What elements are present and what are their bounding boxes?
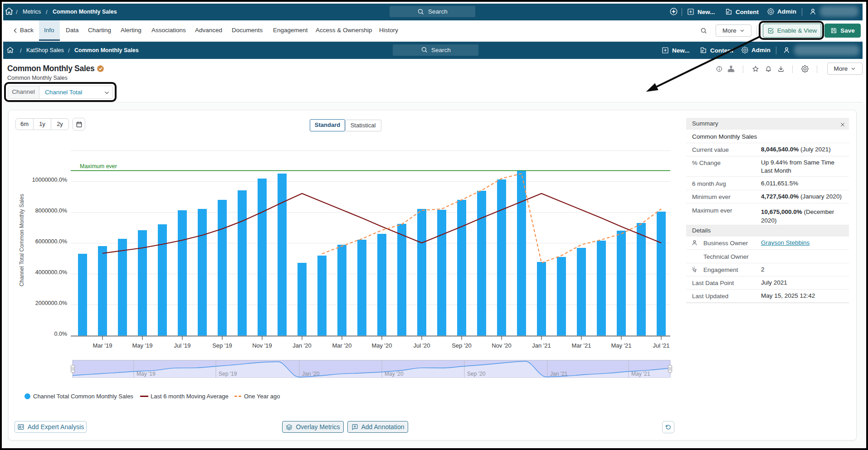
- svg-text:Sep '19: Sep '19: [212, 342, 232, 349]
- svg-text:Jan '20: Jan '20: [293, 342, 312, 349]
- svg-text:Sep '20: Sep '20: [467, 371, 486, 377]
- svg-text:May '19: May '19: [132, 342, 152, 349]
- svg-text:Maximum ever: Maximum ever: [80, 163, 117, 169]
- svg-text:6000000.0%: 6000000.0%: [35, 238, 67, 245]
- svg-text:Jul '19: Jul '19: [174, 342, 190, 349]
- svg-text:Mar '19: Mar '19: [93, 342, 112, 349]
- svg-text:Jul '21: Jul '21: [653, 342, 669, 349]
- svg-text:Mar '20: Mar '20: [332, 342, 352, 349]
- svg-text:Sep '19: Sep '19: [219, 371, 237, 377]
- svg-text:10000000.0%: 10000000.0%: [32, 177, 67, 183]
- svg-text:Jan '21: Jan '21: [532, 342, 551, 349]
- svg-text:Nov '19: Nov '19: [252, 342, 272, 349]
- svg-text:May '20: May '20: [371, 342, 392, 349]
- svg-text:8000000.0%: 8000000.0%: [35, 208, 67, 214]
- svg-text:May '19: May '19: [137, 371, 156, 377]
- svg-text:4000000.0%: 4000000.0%: [35, 269, 67, 276]
- svg-text:Channel Total Common Monthly S: Channel Total Common Monthly Sales: [19, 194, 25, 286]
- svg-text:Jul '20: Jul '20: [413, 342, 430, 349]
- svg-text:Mar '21: Mar '21: [572, 342, 591, 349]
- svg-text:May '21: May '21: [631, 371, 650, 377]
- svg-text:0.0%: 0.0%: [54, 331, 68, 337]
- svg-text:2000000.0%: 2000000.0%: [35, 300, 67, 306]
- svg-text:Sep '20: Sep '20: [452, 342, 472, 349]
- svg-text:May '21: May '21: [611, 342, 631, 349]
- svg-text:Nov '20: Nov '20: [492, 342, 512, 349]
